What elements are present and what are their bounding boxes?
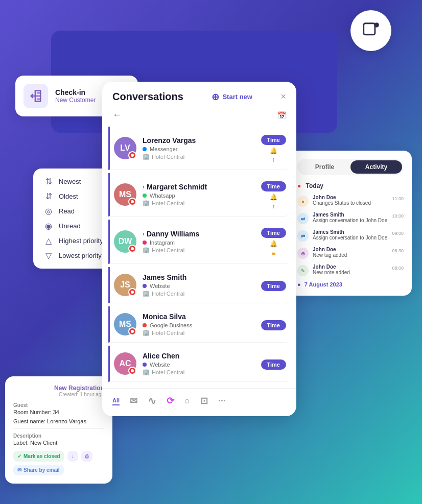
conv-channel-5: Google Business	[143, 322, 255, 328]
reg-created: Created: 1 hour ago	[13, 392, 104, 397]
today-label: ● Today	[297, 182, 404, 189]
conv-name-3: › Danny Williams	[143, 230, 255, 238]
location-icon-2: 🏢	[143, 200, 150, 206]
activity-date-section: ● 7 August 2023	[297, 281, 404, 287]
tab-instagram[interactable]: ⊡	[200, 395, 208, 407]
conv-channel-4: Website	[143, 283, 255, 289]
tab-website[interactable]: ∿	[148, 395, 156, 408]
conv-channel-2: Whatsapp	[143, 193, 255, 199]
filter-unread-label: Unread	[59, 222, 81, 230]
checkin-title: Check-in	[55, 88, 96, 97]
conv-info-3: › Danny Williams Instagram 🏢 Hotel Centr…	[143, 230, 255, 253]
conv-item-1[interactable]: LV Lorenzo Vargas Messenger 🏢 Hotel Cent…	[108, 127, 290, 170]
conv-item-5[interactable]: MS Monica Silva Google Business 🏢 Hotel …	[108, 306, 290, 343]
reg-label: Label: New Client	[13, 440, 104, 446]
email-icon-reg: ✉	[17, 467, 21, 473]
conv-item-3[interactable]: DW › Danny Williams Instagram 🏢 Hotel Ce…	[108, 220, 290, 264]
conv-location-6: 🏢 Hotel Central	[143, 369, 255, 375]
location-icon-6: 🏢	[143, 369, 150, 375]
conv-item-6[interactable]: AC Alice Chen Website 🏢 Hotel Central	[108, 346, 290, 382]
avatar-wrap-2: MS	[114, 183, 136, 206]
start-new-button[interactable]: ⊕ Start new	[212, 91, 252, 103]
check-icon: ✓	[17, 453, 21, 459]
svg-point-3	[131, 154, 134, 157]
conv-name-5: Monica Silva	[143, 313, 255, 321]
whatsapp-icon: ○	[184, 396, 190, 406]
download-icon: ↓	[72, 453, 74, 459]
conv-channel-3: Instagram	[143, 239, 255, 246]
badge-5	[128, 327, 136, 335]
activity-content-1: John Doe Changes Status to closed	[313, 195, 388, 206]
reg-title: New Registration	[13, 385, 104, 392]
activity-icon-3: ⇄	[297, 230, 309, 242]
location-icon-5: 🏢	[143, 329, 150, 336]
mark-closed-button[interactable]: ✓ Mark as closed	[13, 451, 64, 462]
svg-rect-0	[364, 23, 375, 35]
reg-guest-label: Guest	[13, 402, 104, 408]
conv-actions-1: Time 🔔 ↑	[261, 133, 286, 163]
tab-more[interactable]: ···	[218, 396, 226, 407]
plus-icon: ⊕	[212, 91, 219, 103]
time-badge-2: Time	[261, 181, 286, 191]
arrow-indicator-2: ›	[143, 183, 145, 190]
badge-3	[128, 245, 136, 253]
conversations-list: LV Lorenzo Vargas Messenger 🏢 Hotel Cent…	[102, 127, 296, 385]
activity-icon-1: ●	[297, 196, 309, 207]
svg-point-4	[131, 200, 134, 203]
tab-profile[interactable]: Profile	[299, 160, 350, 174]
conv-actions-3: Time 🔔 ≡	[261, 226, 286, 257]
reg-actions: ✓ Mark as closed ↓ ⎙ ✉ Share by email	[13, 451, 104, 475]
avatar-wrap-3: DW	[114, 230, 136, 253]
newest-icon: ⇅	[43, 177, 54, 186]
checkin-icon	[24, 84, 48, 108]
instagram-icon: ⊡	[200, 395, 208, 406]
conv-item-4[interactable]: JS James Smith Website 🏢 Hotel Central	[108, 267, 290, 303]
close-button[interactable]: ×	[280, 91, 286, 102]
activity-tabs: Profile Activity	[297, 159, 404, 175]
download-button[interactable]: ↓	[67, 451, 78, 462]
svg-point-1	[374, 22, 379, 28]
tab-all[interactable]: All	[112, 397, 120, 405]
activity-item-1: ● John Doe Changes Status to closed 11:0…	[297, 195, 404, 207]
channel-dot-3	[143, 241, 147, 245]
activity-item-2: ⇄ James Smith Assign conversation to Joh…	[297, 212, 404, 224]
back-button[interactable]: ←	[112, 110, 122, 121]
avatar-wrap-5: MS	[114, 313, 136, 335]
conv-item-2[interactable]: MS › Margaret Schmidt Whatsapp 🏢 Hotel C…	[108, 173, 290, 217]
time-badge-6: Time	[261, 359, 286, 370]
filter-highest-label: Highest priority	[59, 237, 103, 245]
tab-whatsapp[interactable]: ○	[184, 396, 190, 407]
channel-dot-4	[143, 284, 147, 288]
notification-button[interactable]	[350, 10, 391, 51]
print-button[interactable]: ⎙	[81, 451, 92, 462]
checkin-subtitle: New Customer	[55, 97, 96, 104]
tab-email[interactable]: ✉	[130, 395, 137, 407]
messenger-icon: ⟳	[167, 395, 174, 406]
time-badge-5: Time	[261, 320, 286, 330]
conv-location-1: 🏢 Hotel Central	[143, 153, 255, 160]
svg-point-7	[131, 330, 134, 333]
badge-2	[128, 198, 136, 206]
badge-4	[128, 288, 136, 296]
activity-icon-4: ⊕	[297, 248, 309, 259]
conv-location-3: 🏢 Hotel Central	[143, 247, 255, 253]
website-icon: ∿	[148, 395, 156, 407]
email-icon: ✉	[130, 395, 137, 406]
bottom-tabs: All ✉ ∿ ⟳ ○ ⊡ ···	[102, 388, 296, 416]
highest-priority-icon: △	[43, 236, 54, 246]
conversations-title: Conversations	[112, 91, 183, 103]
channel-dot-1	[143, 147, 147, 151]
activity-item-3: ⇄ James Smith Assign conversation to Joh…	[297, 229, 404, 242]
conv-location-4: 🏢 Hotel Central	[143, 290, 255, 297]
tab-messenger-bot[interactable]: ⟳	[167, 395, 174, 407]
share-email-button[interactable]: ✉ Share by email	[13, 465, 64, 475]
tab-activity[interactable]: Activity	[350, 160, 402, 174]
avatar-wrap-4: JS	[114, 274, 136, 296]
activity-content-5: John Doe New note added	[313, 264, 388, 275]
conv-actions-4: Time	[261, 279, 286, 291]
registration-card: New Registration Created: 1 hour ago Gue…	[5, 376, 112, 484]
activity-item-5: ✎ John Doe New note added 08:00	[297, 264, 404, 276]
calendar-icon[interactable]: 📅	[277, 111, 286, 119]
location-icon-1: 🏢	[143, 153, 150, 160]
arrow-up-icon-1: ↑	[272, 156, 275, 163]
